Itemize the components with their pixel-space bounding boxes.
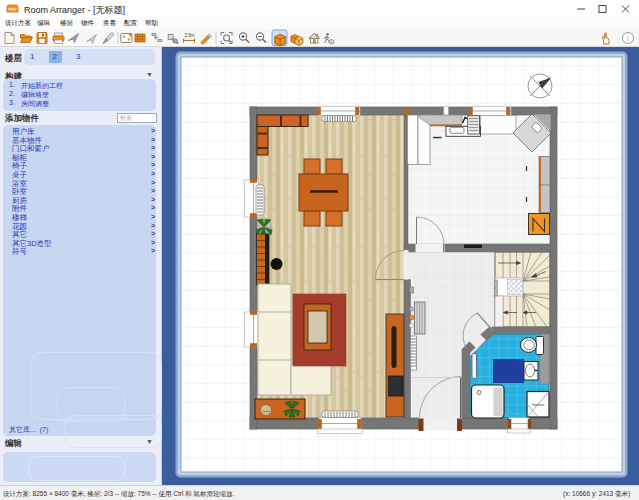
svg-text:Siemens: Siemens <box>532 403 545 407</box>
svg-text:3.5m: 3.5m <box>185 33 195 38</box>
svg-text:i: i <box>627 34 629 43</box>
